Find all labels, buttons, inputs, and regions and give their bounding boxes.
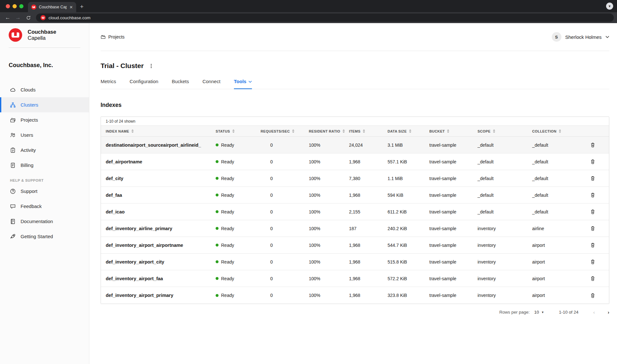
reload-icon[interactable] bbox=[24, 15, 33, 20]
sort-icon bbox=[558, 129, 562, 133]
table-row[interactable]: def_cityReady0100%7,3801.1 MiBtravel-sam… bbox=[101, 170, 609, 187]
user-menu[interactable]: S Sherlock Holmes bbox=[552, 32, 609, 42]
browser-tab[interactable]: Couchbase Capella ✕ bbox=[28, 2, 76, 12]
column-header-status[interactable]: STATUS bbox=[211, 129, 256, 133]
sidebar-item-clusters[interactable]: Clusters bbox=[0, 97, 89, 112]
data-size: 611.2 KiB bbox=[383, 209, 425, 214]
tab-title: Couchbase Capella bbox=[39, 5, 67, 9]
delete-index-icon[interactable] bbox=[590, 159, 595, 164]
scope-name: _default bbox=[473, 143, 527, 148]
index-status: Ready bbox=[211, 226, 256, 231]
breadcrumb[interactable]: Projects bbox=[101, 34, 125, 39]
tab-tools[interactable]: Tools bbox=[234, 79, 252, 89]
items-count: 1,968 bbox=[344, 293, 383, 298]
delete-index-icon[interactable] bbox=[590, 226, 595, 231]
table-row[interactable]: def_inventory_airport_airportnameReady01… bbox=[101, 237, 609, 254]
requests-per-sec: 0 bbox=[256, 176, 304, 181]
forward-icon[interactable]: → bbox=[13, 14, 22, 21]
scope-name: inventory bbox=[473, 293, 527, 298]
table-row[interactable]: def_inventory_airport_faaReady0100%1,968… bbox=[101, 270, 609, 287]
sidebar-item-billing[interactable]: Billing bbox=[0, 158, 89, 173]
cluster-tabs: MetricsConfigurationBucketsConnectTools bbox=[101, 79, 609, 89]
column-header-index-name[interactable]: INDEX NAME bbox=[101, 129, 211, 133]
delete-index-icon[interactable] bbox=[590, 242, 595, 248]
rows-per-page-select[interactable]: 10 ▼ bbox=[534, 310, 544, 315]
column-header-data-size[interactable]: DATA SIZE bbox=[383, 129, 425, 133]
column-header-collection[interactable]: COLLECTION bbox=[527, 129, 578, 133]
status-dot-icon bbox=[216, 260, 219, 263]
collection-name: airport bbox=[527, 276, 578, 281]
next-page-button[interactable]: › bbox=[608, 309, 609, 315]
tab-close-icon[interactable]: ✕ bbox=[69, 5, 73, 10]
tab-connect[interactable]: Connect bbox=[202, 79, 220, 89]
sort-icon bbox=[131, 129, 134, 133]
column-header-items[interactable]: ITEMS bbox=[344, 129, 383, 133]
tab-buckets[interactable]: Buckets bbox=[172, 79, 189, 89]
table-row[interactable]: def_inventory_airline_primaryReady0100%1… bbox=[101, 220, 609, 237]
back-icon[interactable]: ← bbox=[3, 14, 12, 21]
requests-per-sec: 0 bbox=[256, 293, 304, 298]
column-header-requests-sec[interactable]: REQUESTS/SEC bbox=[256, 129, 304, 133]
new-tab-button[interactable]: + bbox=[80, 3, 84, 10]
browser-toolbar: ← → cloud.couchbase.com bbox=[0, 12, 617, 23]
items-count: 1,968 bbox=[344, 159, 383, 164]
delete-index-icon[interactable] bbox=[590, 192, 595, 198]
bucket-name: travel-sample bbox=[425, 243, 473, 248]
delete-index-icon[interactable] bbox=[590, 176, 595, 181]
table-row[interactable]: def_faaReady0100%1,968594 KiBtravel-samp… bbox=[101, 187, 609, 204]
table-row[interactable]: destinationairport_sourceairport_airline… bbox=[101, 137, 609, 153]
column-label: ITEMS bbox=[349, 129, 361, 133]
status-label: Ready bbox=[221, 276, 234, 281]
sidebar-item-activity[interactable]: Activity bbox=[0, 143, 89, 158]
docs-icon bbox=[10, 219, 16, 224]
data-size: 323.8 KiB bbox=[383, 293, 425, 298]
column-header-scope[interactable]: SCOPE bbox=[473, 129, 527, 133]
delete-index-icon[interactable] bbox=[590, 209, 595, 214]
scope-name: _default bbox=[473, 176, 527, 181]
table-row[interactable]: def_inventory_airport_cityReady0100%1,96… bbox=[101, 254, 609, 270]
collection-name: airport bbox=[527, 243, 578, 248]
data-size: 240.2 KiB bbox=[383, 226, 425, 231]
status-label: Ready bbox=[221, 243, 234, 248]
collection-name: _default bbox=[527, 193, 578, 198]
address-bar[interactable]: cloud.couchbase.com bbox=[36, 13, 614, 22]
window-zoom-button[interactable] bbox=[19, 4, 23, 8]
sidebar-item-getting-started[interactable]: Getting Started bbox=[0, 229, 89, 244]
chevron-down-icon bbox=[248, 81, 252, 83]
column-header-resident-ratio[interactable]: RESIDENT RATIO bbox=[304, 129, 344, 133]
table-row[interactable]: def_inventory_airport_primaryReady0100%1… bbox=[101, 287, 609, 304]
delete-index-icon[interactable] bbox=[590, 142, 595, 148]
sidebar-item-documentation[interactable]: Documentation bbox=[0, 214, 89, 229]
delete-index-icon[interactable] bbox=[590, 293, 595, 298]
sidebar-item-clouds[interactable]: Clouds bbox=[0, 82, 89, 97]
window-controls[interactable] bbox=[0, 0, 28, 12]
window-minimize-button[interactable] bbox=[13, 4, 17, 8]
delete-index-icon[interactable] bbox=[590, 259, 595, 264]
billing-icon bbox=[10, 162, 16, 168]
window-close-button[interactable] bbox=[6, 4, 10, 8]
sidebar-item-label: Support bbox=[21, 188, 38, 194]
top-bar: Projects S Sherlock Holmes bbox=[89, 23, 617, 51]
bucket-name: travel-sample bbox=[425, 159, 473, 164]
sidebar-item-support[interactable]: Support bbox=[0, 184, 89, 199]
tab-configuration[interactable]: Configuration bbox=[130, 79, 158, 89]
prev-page-button[interactable]: ‹ bbox=[593, 309, 595, 315]
resident-ratio: 100% bbox=[304, 193, 344, 198]
table-row[interactable]: def_airportnameReady0100%1,968557.1 KiBt… bbox=[101, 153, 609, 170]
tab-metrics[interactable]: Metrics bbox=[101, 79, 116, 89]
kebab-menu-icon[interactable] bbox=[151, 64, 152, 68]
column-label: DATA SIZE bbox=[388, 129, 407, 133]
index-status: Ready bbox=[211, 159, 256, 164]
sidebar-item-users[interactable]: Users bbox=[0, 127, 89, 143]
index-name: def_airportname bbox=[101, 159, 211, 164]
delete-index-icon[interactable] bbox=[590, 276, 595, 281]
table-row[interactable]: def_icaoReady0100%2,155611.2 KiBtravel-s… bbox=[101, 204, 609, 220]
chrome-menu-caret-icon[interactable]: ▼ bbox=[606, 3, 613, 10]
sidebar-item-feedback[interactable]: Feedback bbox=[0, 199, 89, 214]
sidebar-item-label: Activity bbox=[21, 147, 36, 153]
column-header-bucket[interactable]: BUCKET bbox=[425, 129, 473, 133]
status-dot-icon bbox=[216, 244, 219, 247]
org-name: Couchbase, Inc. bbox=[0, 48, 89, 69]
sidebar-item-projects[interactable]: Projects bbox=[0, 112, 89, 127]
sidebar-item-label: Projects bbox=[21, 117, 38, 123]
